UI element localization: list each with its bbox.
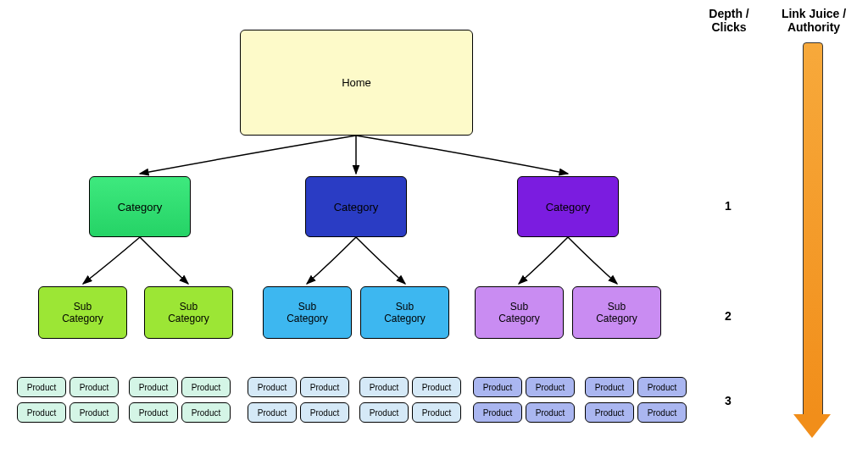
product-node: Product — [17, 402, 66, 423]
product-node: Product — [300, 377, 349, 397]
depth-label-3: 3 — [725, 394, 732, 407]
product-node: Product — [473, 377, 522, 397]
product-node: Product — [248, 402, 297, 423]
product-node: Product — [359, 402, 409, 423]
product-node: Product — [181, 402, 231, 423]
product-node: Product — [585, 402, 634, 423]
depth-header: Depth / Clicks — [695, 7, 763, 34]
diagram-root: { "headers": { "depth": "Depth /\nClicks… — [0, 0, 868, 454]
product-node: Product — [70, 402, 119, 423]
authority-arrow-head — [793, 414, 831, 438]
product-node: Product — [300, 402, 349, 423]
subcategory-node: Sub Category — [572, 286, 661, 339]
product-node: Product — [129, 377, 178, 397]
authority-arrow-body — [803, 42, 823, 417]
subcategory-node: Sub Category — [360, 286, 449, 339]
product-node: Product — [637, 402, 687, 423]
product-node: Product — [359, 377, 409, 397]
product-node: Product — [526, 402, 575, 423]
depth-label-2: 2 — [725, 309, 732, 323]
category-node-green: Category — [89, 176, 191, 237]
product-node: Product — [637, 377, 687, 397]
subcategory-node: Sub Category — [144, 286, 233, 339]
product-node: Product — [70, 377, 119, 397]
product-node: Product — [181, 377, 231, 397]
product-node: Product — [526, 377, 575, 397]
product-node: Product — [129, 402, 178, 423]
depth-label-1: 1 — [725, 199, 732, 213]
authority-header: Link Juice / Authority — [771, 7, 856, 34]
product-node: Product — [17, 377, 66, 397]
category-node-blue: Category — [305, 176, 407, 237]
product-node: Product — [473, 402, 522, 423]
subcategory-node: Sub Category — [38, 286, 127, 339]
subcategory-node: Sub Category — [263, 286, 352, 339]
product-node: Product — [412, 377, 461, 397]
subcategory-node: Sub Category — [475, 286, 564, 339]
product-node: Product — [248, 377, 297, 397]
product-node: Product — [412, 402, 461, 423]
home-node: Home — [240, 30, 473, 136]
product-node: Product — [585, 377, 634, 397]
category-node-purple: Category — [517, 176, 619, 237]
